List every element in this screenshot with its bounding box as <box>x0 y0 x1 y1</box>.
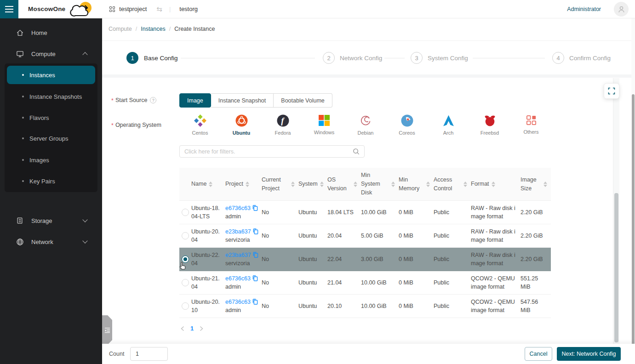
sort-icons <box>320 182 324 187</box>
breadcrumb: Compute / Instances / Create Instance <box>109 26 215 32</box>
row-radio[interactable] <box>182 302 189 310</box>
hamburger-icon <box>5 6 13 7</box>
section-divider <box>102 74 635 78</box>
freebsd-icon <box>484 114 496 127</box>
project-id-link[interactable]: e6736c63 <box>225 204 258 212</box>
step-connector <box>473 58 545 58</box>
page-scrollbar-thumb[interactable] <box>632 94 635 350</box>
col-system[interactable]: System <box>298 180 327 188</box>
user-avatar[interactable] <box>614 2 629 17</box>
col-current-project[interactable]: Current Project <box>262 176 298 193</box>
chevron-up-icon <box>82 52 87 57</box>
row-radio[interactable] <box>182 232 189 239</box>
page-number[interactable]: 1 <box>190 325 194 332</box>
col-access-control[interactable]: Access Control <box>434 176 471 193</box>
collapse-sidebar-handle[interactable] <box>102 315 112 345</box>
bullet-icon <box>22 180 24 182</box>
filter-input[interactable] <box>180 148 353 155</box>
sort-icons <box>246 182 249 187</box>
project-name: servizoria <box>225 259 258 267</box>
search-icon[interactable] <box>353 148 360 155</box>
sidebar-item-instances[interactable]: Instances <box>7 66 95 84</box>
count-input[interactable] <box>130 347 168 361</box>
table-row: Ubuntu-20.04 e23ba637 servizoria No Ubun… <box>179 224 551 248</box>
cancel-button[interactable]: Cancel <box>525 347 552 361</box>
os-option-coreos[interactable]: Coreos <box>386 114 428 136</box>
col-os-version[interactable]: OS Version <box>327 176 361 193</box>
sidebar-item-key-pairs[interactable]: Key Pairs <box>5 174 97 188</box>
copy-icon[interactable] <box>253 228 258 234</box>
col-project[interactable]: Project <box>225 180 262 188</box>
cell-name: Ubuntu-21.04 <box>191 274 225 291</box>
project-id-link[interactable]: e23ba637 <box>225 251 258 259</box>
hamburger-menu-button[interactable] <box>0 0 18 18</box>
inner-scrollbar-thumb[interactable] <box>614 193 618 342</box>
col-name[interactable]: Name <box>191 180 225 188</box>
project-id-link[interactable]: e6736c63 <box>225 274 258 283</box>
os-option-debian[interactable]: Debian <box>345 114 386 136</box>
sidebar-item-instance-snapshots[interactable]: Instance Snapshots <box>5 90 97 103</box>
step-1-label: Base Config <box>144 55 178 62</box>
fedora-icon: f <box>277 114 289 127</box>
col-min-memory[interactable]: Min Memory <box>399 176 434 193</box>
arch-icon <box>442 114 455 127</box>
ubuntu-icon <box>235 114 248 127</box>
sort-icons <box>543 182 547 187</box>
tab-instance-snapshot[interactable]: Instance Snapshot <box>211 93 274 108</box>
chevron-down-icon <box>82 238 87 243</box>
sidebar-item-flavors[interactable]: Flavors <box>5 111 97 125</box>
breadcrumb-instances-link[interactable]: Instances <box>141 26 166 32</box>
operating-system-label: * Operating System <box>111 122 161 128</box>
project-name: admin <box>225 212 258 221</box>
tab-image[interactable]: Image <box>179 93 211 108</box>
step-2-circle: 2 <box>323 52 335 64</box>
os-option-centos[interactable]: Centos <box>179 114 221 136</box>
project-id-link[interactable]: e6736c63 <box>225 298 258 306</box>
footer-bar: Count Cancel Next: Network Config <box>102 344 635 364</box>
sidebar-item-images[interactable]: Images <box>5 153 97 167</box>
os-option-others[interactable]: Others <box>510 114 552 136</box>
chevron-down-icon <box>82 217 87 222</box>
step-3-label: System Config <box>428 55 468 62</box>
project-id-link[interactable]: e23ba637 <box>225 228 258 236</box>
swap-icon: ⇆ <box>156 5 162 13</box>
copy-icon[interactable] <box>253 252 258 258</box>
sidebar-item-compute[interactable]: Compute <box>0 47 102 61</box>
bullet-icon <box>22 159 24 161</box>
sidebar-item-home[interactable]: Home <box>0 26 102 40</box>
col-min-system-disk[interactable]: Min System Disk <box>361 171 399 197</box>
tab-bootable-volume[interactable]: Bootable Volume <box>274 93 332 108</box>
row-radio[interactable] <box>182 279 189 286</box>
fullscreen-button[interactable] <box>604 83 619 99</box>
sidebar-item-storage[interactable]: Storage <box>0 214 102 228</box>
sort-icons <box>391 182 395 187</box>
col-image-size[interactable]: Image Size <box>521 176 551 193</box>
row-radio[interactable] <box>182 209 189 216</box>
prev-page-button[interactable] <box>180 326 185 331</box>
os-option-arch[interactable]: Arch <box>428 114 469 136</box>
next-page-button[interactable] <box>199 326 204 331</box>
cell-project: e23ba637 servizoria <box>225 228 262 244</box>
sidebar-item-server-groups[interactable]: Server Groups <box>5 131 97 145</box>
os-option-ubuntu[interactable]: Ubuntu <box>221 114 262 136</box>
os-option-windows[interactable]: Windows <box>303 114 345 136</box>
debian-icon <box>360 114 372 127</box>
filter-bar <box>179 145 365 158</box>
topbar-divider: | <box>169 6 171 12</box>
project-name: servizoria <box>225 236 258 244</box>
col-format[interactable]: Format <box>471 180 521 188</box>
help-icon[interactable]: ? <box>150 97 156 103</box>
next-network-config-button[interactable]: Next: Network Config <box>557 347 621 361</box>
copy-icon[interactable] <box>252 275 258 281</box>
os-option-freebsd[interactable]: Freebsd <box>469 114 510 136</box>
project-name: admin <box>225 283 258 291</box>
copy-icon[interactable] <box>252 205 258 211</box>
sidebar-item-network[interactable]: Network <box>0 235 102 249</box>
current-org[interactable]: testorg <box>179 6 198 12</box>
windows-icon <box>318 114 330 126</box>
project-switcher[interactable]: testproject ⇆ | testorg <box>109 5 198 13</box>
operating-system-options: Centos Ubuntu f Fedora <box>179 114 552 136</box>
user-role-menu[interactable]: Administrator <box>567 6 601 12</box>
copy-icon[interactable] <box>252 299 258 305</box>
os-option-fedora[interactable]: f Fedora <box>262 114 303 136</box>
